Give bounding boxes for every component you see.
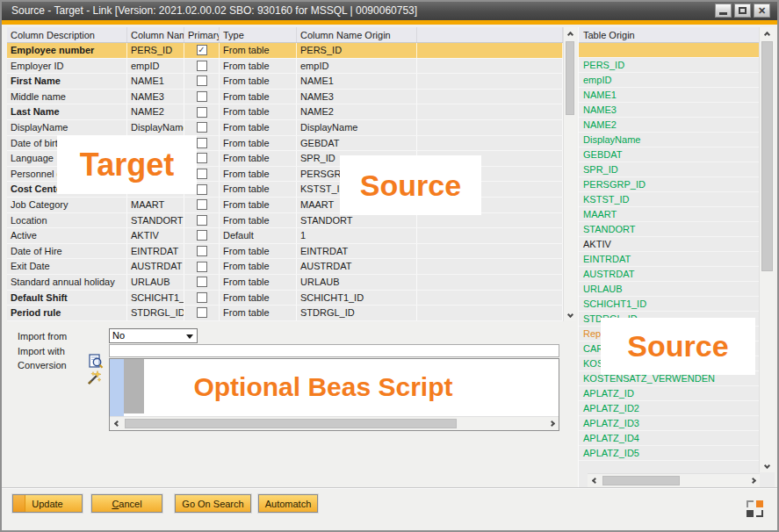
table-row[interactable]: Exit DateAUSTRDATFrom tableAUSTRDAT [7, 259, 563, 275]
scroll-left-arrow[interactable] [111, 417, 123, 430]
origin-list-item[interactable]: DisplayName [579, 133, 760, 147]
table-row[interactable]: DisplayNameDisplayNameFrom tableDisplayN… [7, 120, 563, 136]
table-row[interactable]: Employee numberPERS_ID✓From tablePERS_ID [7, 43, 563, 59]
cell-column-name: NAME2 [127, 104, 184, 119]
cell-column-description: Middle name [7, 90, 127, 104]
column-header-primary[interactable]: Primary [184, 27, 220, 42]
primary-checkbox[interactable] [197, 215, 207, 226]
origin-list-item[interactable]: APLATZ_ID2 [579, 401, 760, 416]
origin-list-item[interactable]: APLATZ_ID [579, 386, 760, 401]
scroll-right-arrow[interactable] [545, 417, 558, 430]
origin-list-item[interactable]: GEBDAT [579, 147, 760, 162]
primary-checkbox[interactable] [197, 230, 207, 241]
primary-checkbox[interactable] [197, 169, 207, 179]
preview-document-icon[interactable] [88, 354, 104, 370]
table-row[interactable]: First NameNAME1From tableNAME1 [7, 74, 563, 90]
import-from-label: Import from [18, 331, 67, 341]
cell-column-description: Employee number [7, 43, 127, 58]
table-row[interactable]: Period ruleSTDRGL_IDFrom tableSTDRGL_ID [7, 306, 563, 321]
scroll-up-arrow[interactable] [760, 28, 775, 40]
table-row[interactable]: ActiveAKTIVDefault1 [7, 228, 563, 244]
primary-checkbox[interactable] [197, 199, 207, 210]
column-header-name[interactable]: Column Name [127, 27, 184, 42]
resize-grip-icon[interactable] [747, 500, 763, 517]
table-row[interactable]: LocationSTANDORTFrom tableSTANDORT [7, 213, 563, 229]
primary-checkbox[interactable] [197, 75, 207, 86]
origin-list-item[interactable]: APLATZ_ID3 [579, 416, 760, 431]
scrollbar-thumb[interactable] [566, 41, 574, 115]
column-header-origin[interactable]: Column Name Origin [297, 27, 417, 42]
primary-checkbox[interactable] [197, 91, 207, 102]
cell-column-description: Date of Hire [7, 244, 127, 259]
magic-wand-icon[interactable] [86, 370, 102, 385]
primary-checkbox[interactable] [197, 292, 207, 303]
table-row[interactable]: Date of HireEINTRDATFrom tableEINTRDAT [7, 244, 563, 260]
scroll-right-arrow[interactable] [747, 474, 759, 487]
primary-checkbox[interactable] [197, 138, 207, 148]
import-from-select[interactable]: No [109, 328, 198, 343]
cell-type: From table [220, 291, 297, 306]
origin-list-item[interactable]: NAME2 [579, 118, 760, 133]
table-row[interactable]: Standard annual holidayURLAUBFrom tableU… [7, 275, 563, 291]
origin-horizontal-scrollbar[interactable] [588, 473, 760, 487]
origin-list-item[interactable]: APLATZ_ID5 [579, 446, 760, 461]
close-button[interactable]: ✕ [754, 4, 770, 18]
dropdown-arrow-icon [186, 334, 193, 339]
origin-list-item[interactable]: empID [579, 73, 760, 88]
cancel-button[interactable]: Cancel [91, 494, 162, 513]
primary-checkbox[interactable] [197, 262, 207, 272]
origin-list-item[interactable]: URLAUB [579, 282, 760, 297]
primary-checkbox[interactable] [197, 107, 207, 118]
origin-list-item[interactable]: PERSGRP_ID [579, 177, 760, 192]
import-with-input[interactable] [109, 344, 559, 357]
editor-horizontal-scrollbar[interactable] [110, 416, 559, 430]
table-row[interactable]: Middle nameNAME3From tableNAME3 [7, 90, 563, 105]
origin-list-item[interactable]: AUSTRDAT [579, 267, 760, 282]
table-row[interactable]: Employer IDempIDFrom tableempID [7, 59, 563, 75]
origin-list-item[interactable]: EINTRDAT [579, 252, 760, 267]
column-header-description[interactable]: Column Description [7, 27, 127, 42]
column-header-type[interactable]: Type [220, 27, 297, 42]
primary-checkbox[interactable] [197, 277, 207, 287]
origin-list-item[interactable]: NAME1 [579, 88, 760, 103]
primary-checkbox[interactable] [197, 122, 207, 133]
window-controls: ✕ [715, 4, 770, 18]
origin-list-item[interactable] [579, 43, 760, 58]
primary-checkbox[interactable] [197, 246, 207, 256]
scrollbar-thumb[interactable] [761, 41, 773, 271]
origin-list-item[interactable]: STANDORT [579, 222, 760, 237]
origin-list-item[interactable]: SPR_ID [579, 162, 760, 177]
primary-checkbox[interactable] [197, 184, 207, 195]
cell-column-name-origin: NAME1 [297, 74, 417, 89]
table-row[interactable]: Default ShiftSCHICHT1_IDFrom tableSCHICH… [7, 291, 563, 306]
scroll-left-arrow[interactable] [588, 474, 601, 487]
scroll-down-arrow[interactable] [760, 459, 775, 471]
update-button[interactable]: Update [12, 494, 83, 513]
origin-list-item[interactable]: SCHICHT1_ID [579, 297, 760, 312]
primary-checkbox[interactable] [197, 61, 207, 71]
scroll-up-arrow[interactable] [564, 28, 576, 40]
maximize-button[interactable] [734, 4, 751, 18]
origin-panel-header[interactable]: Table Origin [579, 27, 760, 43]
origin-list-item[interactable]: PERS_ID [579, 58, 760, 73]
primary-checkbox[interactable]: ✓ [197, 45, 207, 55]
cell-primary [184, 59, 220, 74]
go-on-search-button[interactable]: Go On Search [175, 494, 251, 513]
origin-vertical-scrollbar[interactable] [759, 27, 775, 472]
cell-column-description: Location [7, 213, 127, 228]
scrollbar-thumb[interactable] [125, 419, 457, 428]
primary-checkbox[interactable] [197, 307, 207, 318]
scroll-down-arrow[interactable] [564, 308, 576, 320]
origin-list-item[interactable]: KSTST_ID [579, 192, 760, 207]
grip-corner [756, 510, 763, 517]
scrollbar-thumb[interactable] [602, 476, 680, 485]
origin-list-item[interactable]: APLATZ_ID4 [579, 431, 760, 446]
origin-list-item[interactable]: AKTIV [579, 237, 760, 252]
origin-list-item[interactable]: NAME3 [579, 103, 760, 118]
origin-list-item[interactable]: MAART [579, 207, 760, 222]
table-row[interactable]: Last NameNAME2From tableNAME2 [7, 104, 563, 120]
minimize-button[interactable] [715, 4, 732, 18]
automatch-button[interactable]: Automatch [258, 494, 318, 513]
primary-checkbox[interactable] [197, 153, 207, 163]
table-vertical-scrollbar[interactable] [563, 27, 576, 321]
